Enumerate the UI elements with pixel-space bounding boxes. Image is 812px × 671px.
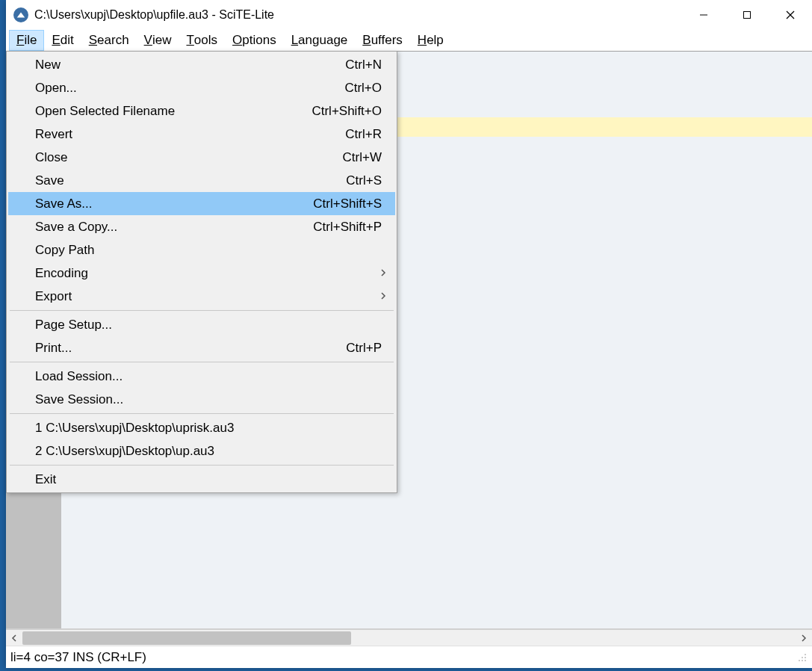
menu-item-label: Export bbox=[35, 289, 382, 304]
menu-item-label: Print... bbox=[35, 341, 346, 356]
statusbar: li=4 co=37 INS (CR+LF) bbox=[6, 646, 812, 668]
svg-rect-1 bbox=[744, 12, 751, 19]
menu-options[interactable]: Options bbox=[225, 30, 284, 51]
close-button[interactable] bbox=[769, 0, 812, 30]
menu-item[interactable]: Encoding bbox=[8, 262, 395, 285]
menu-item[interactable]: Load Session... bbox=[8, 365, 395, 388]
minimize-icon bbox=[699, 10, 708, 19]
scroll-track[interactable] bbox=[22, 630, 796, 646]
menu-search[interactable]: Search bbox=[81, 30, 137, 51]
file-menu-dropdown: NewCtrl+NOpen...Ctrl+OOpen Selected File… bbox=[6, 51, 397, 493]
menu-item[interactable]: Export bbox=[8, 285, 395, 308]
menu-item[interactable]: SaveCtrl+S bbox=[8, 169, 395, 192]
menubar: FileEditSearchViewToolsOptionsLanguageBu… bbox=[6, 30, 812, 51]
menu-item-accelerator: Ctrl+Shift+O bbox=[312, 104, 382, 119]
window-controls bbox=[682, 0, 812, 30]
svg-point-4 bbox=[805, 654, 806, 655]
menu-item[interactable]: Exit bbox=[8, 468, 395, 491]
menu-item-label: Exit bbox=[35, 472, 382, 487]
menu-item[interactable]: CloseCtrl+W bbox=[8, 146, 395, 169]
app-icon bbox=[13, 7, 28, 22]
titlebar: C:\Users\xupj\Desktop\upfile.au3 - SciTE… bbox=[6, 0, 812, 30]
menu-separator bbox=[10, 310, 394, 311]
svg-point-7 bbox=[799, 660, 800, 661]
horizontal-scrollbar[interactable] bbox=[6, 629, 812, 646]
window-title: C:\Users\xupj\Desktop\upfile.au3 - SciTE… bbox=[34, 8, 682, 22]
menu-item-label: Revert bbox=[35, 127, 345, 142]
chevron-left-icon bbox=[11, 634, 17, 642]
menu-item-label: Open Selected Filename bbox=[35, 104, 312, 119]
svg-point-6 bbox=[805, 657, 806, 658]
menu-item[interactable]: 1 C:\Users\xupj\Desktop\uprisk.au3 bbox=[8, 416, 395, 439]
menu-separator bbox=[10, 362, 394, 362]
menu-help[interactable]: Help bbox=[410, 30, 451, 51]
chevron-right-icon bbox=[380, 291, 386, 302]
menu-item-label: Page Setup... bbox=[35, 318, 382, 333]
menu-item-accelerator: Ctrl+W bbox=[343, 150, 382, 165]
menu-item[interactable]: Open...Ctrl+O bbox=[8, 76, 395, 99]
menu-item-label: Open... bbox=[35, 81, 344, 96]
menu-item-accelerator: Ctrl+P bbox=[346, 341, 382, 356]
menu-item[interactable]: Copy Path bbox=[8, 238, 395, 262]
menu-item[interactable]: NewCtrl+N bbox=[8, 53, 395, 76]
scroll-left-arrow[interactable] bbox=[6, 630, 22, 646]
close-icon bbox=[786, 10, 795, 19]
menu-item-accelerator: Ctrl+S bbox=[346, 173, 382, 188]
menu-tools[interactable]: Tools bbox=[179, 30, 225, 51]
svg-point-8 bbox=[802, 660, 803, 661]
resize-grip-icon[interactable] bbox=[797, 651, 808, 664]
maximize-button[interactable] bbox=[725, 0, 769, 30]
scroll-thumb[interactable] bbox=[22, 631, 351, 645]
menu-edit[interactable]: Edit bbox=[44, 30, 81, 51]
menu-item-label: New bbox=[35, 58, 345, 72]
menu-item-label: Encoding bbox=[35, 266, 382, 281]
menu-separator bbox=[10, 413, 394, 414]
svg-point-9 bbox=[805, 660, 806, 661]
menu-item-label: Load Session... bbox=[35, 369, 382, 384]
scroll-right-arrow[interactable] bbox=[796, 630, 812, 646]
svg-point-5 bbox=[802, 657, 803, 658]
menu-item-accelerator: Ctrl+N bbox=[345, 58, 382, 72]
menu-item[interactable]: Page Setup... bbox=[8, 313, 395, 336]
chevron-right-icon bbox=[380, 268, 386, 279]
minimize-button[interactable] bbox=[682, 0, 725, 30]
menu-item-accelerator: Ctrl+O bbox=[344, 81, 382, 96]
menu-item-accelerator: Ctrl+Shift+P bbox=[313, 220, 382, 235]
menu-file[interactable]: File bbox=[9, 30, 44, 51]
menu-item-label: Save Session... bbox=[35, 392, 382, 407]
menu-item-label: 2 C:\Users\xupj\Desktop\up.au3 bbox=[35, 444, 382, 459]
menu-item-label: Close bbox=[35, 150, 343, 165]
status-text: li=4 co=37 INS (CR+LF) bbox=[10, 650, 146, 665]
maximize-icon bbox=[743, 10, 751, 19]
menu-item-label: Copy Path bbox=[35, 243, 382, 258]
menu-item-label: Save a Copy... bbox=[35, 220, 313, 235]
menu-item[interactable]: 2 C:\Users\xupj\Desktop\up.au3 bbox=[8, 439, 395, 463]
menu-item[interactable]: Save Session... bbox=[8, 388, 395, 411]
menu-item-label: Save As... bbox=[35, 197, 313, 211]
menu-view[interactable]: View bbox=[137, 30, 179, 51]
chevron-right-icon bbox=[801, 634, 807, 642]
menu-buffers[interactable]: Buffers bbox=[355, 30, 410, 51]
menu-item[interactable]: Save As...Ctrl+Shift+S bbox=[8, 192, 395, 215]
menu-item[interactable]: Print...Ctrl+P bbox=[8, 336, 395, 359]
menu-item-label: 1 C:\Users\xupj\Desktop\uprisk.au3 bbox=[35, 421, 382, 436]
menu-language[interactable]: Language bbox=[284, 30, 356, 51]
menu-item-label: Save bbox=[35, 173, 346, 188]
menu-item-accelerator: Ctrl+Shift+S bbox=[313, 197, 382, 211]
menu-item[interactable]: Open Selected FilenameCtrl+Shift+O bbox=[8, 99, 395, 123]
menu-item-accelerator: Ctrl+R bbox=[345, 127, 382, 142]
menu-item[interactable]: RevertCtrl+R bbox=[8, 123, 395, 146]
menu-item[interactable]: Save a Copy...Ctrl+Shift+P bbox=[8, 215, 395, 238]
menu-separator bbox=[10, 465, 394, 466]
